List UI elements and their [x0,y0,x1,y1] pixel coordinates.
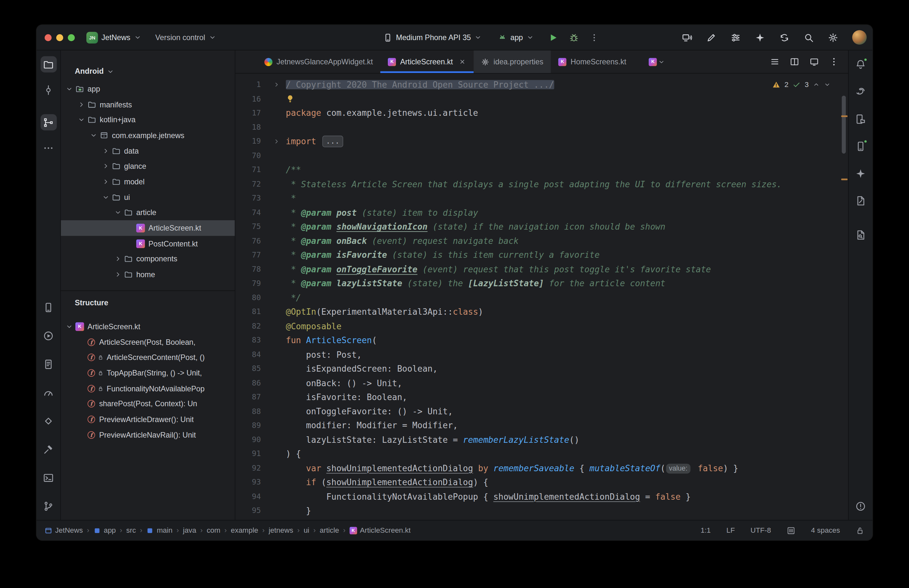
tree-item-previewarticledrawer-unit[interactable]: fPreviewArticleDrawer(): Unit [61,412,235,427]
split-editor-icon[interactable] [790,57,799,66]
tool-button-terminal[interactable] [40,470,57,486]
tool-button-profiler[interactable] [40,384,57,401]
tree-item-glance[interactable]: glance [61,158,235,174]
code-line-18[interactable]: 18 [236,120,840,134]
tool-button-find[interactable] [852,227,869,243]
code-line-79[interactable]: 79 * @param lazyListState (state) the [L… [236,276,840,291]
tool-button-more-tool-windows[interactable] [40,140,57,156]
tree-item-com-example-jetnews[interactable]: com.example.jetnews [61,128,235,143]
line-number[interactable]: 86 [236,376,261,390]
breadcrumb-app[interactable]: app [93,526,116,534]
device-preview-icon[interactable] [809,57,819,66]
tool-button-app-inspection[interactable] [40,413,57,429]
chevron-right-icon[interactable] [77,100,87,109]
user-avatar[interactable] [852,30,867,45]
tool-button-device-explorer[interactable] [852,111,869,127]
tool-button-logcat[interactable] [40,356,57,372]
line-number[interactable]: 83 [236,333,261,347]
folded-region-highlight[interactable]: / Copyright 2020 The Android Open Source… [286,80,554,89]
breadcrumb-article[interactable]: article [320,526,339,534]
tool-button-device-manager-2[interactable] [852,138,869,154]
tool-button-gemini[interactable] [852,165,869,181]
code-editor[interactable]: 1/ Copyright 2020 The Android Open Sourc… [236,74,848,520]
code-line-88[interactable]: 88 onToggleFavorite: () -> Unit, [236,404,840,418]
line-number[interactable]: 89 [236,418,261,433]
code-line-17[interactable]: 17package com.example.jetnews.ui.article [236,106,840,120]
tree-item-sharepost-post-context-un[interactable]: fsharePost(Post, Context): Un [61,396,235,412]
tool-button-problems[interactable] [852,498,869,514]
line-number[interactable]: 81 [236,305,261,319]
chevron-right-icon[interactable] [102,162,111,170]
status-file-encoding[interactable]: UTF-8 [751,526,771,534]
line-number[interactable]: 74 [236,205,261,220]
breadcrumb-example[interactable]: example [231,526,258,534]
breadcrumb-jetnews[interactable]: JetNews [45,526,83,534]
code-line-77[interactable]: 77 * @param isFavorite (state) is this i… [236,248,840,262]
sync-icon[interactable] [779,32,790,42]
line-number[interactable]: 85 [236,362,261,376]
chevron-down-icon[interactable] [77,115,87,124]
breadcrumb-src[interactable]: src [126,526,136,534]
line-number[interactable]: 80 [236,291,261,305]
tree-item-previewarticlenavrail-unit[interactable]: fPreviewArticleNavRail(): Unit [61,427,235,443]
tree-item-model[interactable]: model [61,174,235,189]
line-number[interactable]: 88 [236,404,261,418]
run-button[interactable] [548,32,558,42]
fold-marker-icon[interactable] [261,134,286,149]
line-number[interactable]: 78 [236,262,261,276]
tool-button-version-control[interactable] [40,498,57,514]
status-indent-style[interactable]: 4 spaces [811,526,840,534]
chevron-right-icon[interactable] [114,255,124,263]
intention-bulb-icon[interactable] [286,94,295,103]
breadcrumb-java[interactable]: java [183,526,196,534]
tree-item-article[interactable]: article [61,205,235,221]
status-caret-position[interactable]: 1:1 [701,526,711,534]
breadcrumb-com[interactable]: com [207,526,220,534]
line-number[interactable]: 92 [236,461,261,475]
line-number[interactable]: 82 [236,319,261,333]
warning-stripe-mark[interactable] [841,179,848,180]
chevron-down-icon[interactable] [66,322,75,331]
chevron-down-icon[interactable] [90,131,100,140]
line-number[interactable]: 73 [236,191,261,205]
structure-header[interactable]: Structure [61,291,235,312]
code-line-1[interactable]: 1/ Copyright 2020 The Android Open Sourc… [236,78,840,92]
ai-actions-icon[interactable] [706,32,717,42]
zoom-window-button[interactable] [68,34,75,41]
code-line-76[interactable]: 76 * @param onBack (event) request navig… [236,234,840,248]
code-line-92[interactable]: 92 var showUnimplementedActionDialog by … [236,461,840,475]
line-number[interactable]: 1 [236,78,261,92]
tool-button-structure[interactable] [40,114,57,130]
inspection-widget[interactable]: 2 3 [772,81,831,89]
line-number[interactable]: 17 [236,106,261,120]
code-line-87[interactable]: 87 isFavorite: Boolean, [236,390,840,404]
code-line-72[interactable]: 72 * Stateless Article Screen that displ… [236,177,840,191]
line-number[interactable]: 70 [236,149,261,163]
more-actions-icon[interactable] [590,33,599,42]
tree-item-ui[interactable]: ui [61,189,235,205]
line-number[interactable]: 93 [236,475,261,489]
fold-marker-icon[interactable] [261,78,286,92]
breadcrumb-main[interactable]: main [146,526,173,534]
code-line-94[interactable]: 94 FunctionalityNotAvailablePopup { show… [236,489,840,504]
settings-gear-icon[interactable] [828,32,838,42]
tool-button-running-devices[interactable] [40,328,57,344]
code-line-70[interactable]: 70 [236,149,840,163]
code-line-89[interactable]: 89 modifier: Modifier = Modifier, [236,418,840,433]
code-line-19[interactable]: 19import ... [236,134,840,149]
tree-item-components[interactable]: components [61,251,235,267]
code-line-90[interactable]: 90 lazyListState: LazyListState = rememb… [236,433,840,447]
close-icon[interactable] [459,58,466,65]
code-line-86[interactable]: 86 onBack: () -> Unit, [236,376,840,390]
line-number[interactable]: 16 [236,92,261,106]
tree-item-articlescreen-post-boolean[interactable]: fArticleScreen(Post, Boolean, [61,334,235,350]
code-line-80[interactable]: 80 */ [236,291,840,305]
tree-item-home[interactable]: home [61,267,235,283]
tool-button-project[interactable] [40,56,57,73]
editor-options-icon[interactable] [770,57,780,66]
code-line-73[interactable]: 73 * [236,191,840,205]
tree-item-articlescreencontent-post[interactable]: fArticleScreenContent(Post, () [61,350,235,365]
code-line-91[interactable]: 91) { [236,447,840,461]
line-number[interactable]: 95 [236,504,261,518]
tree-item-kotlin-java[interactable]: kotlin+java [61,112,235,128]
